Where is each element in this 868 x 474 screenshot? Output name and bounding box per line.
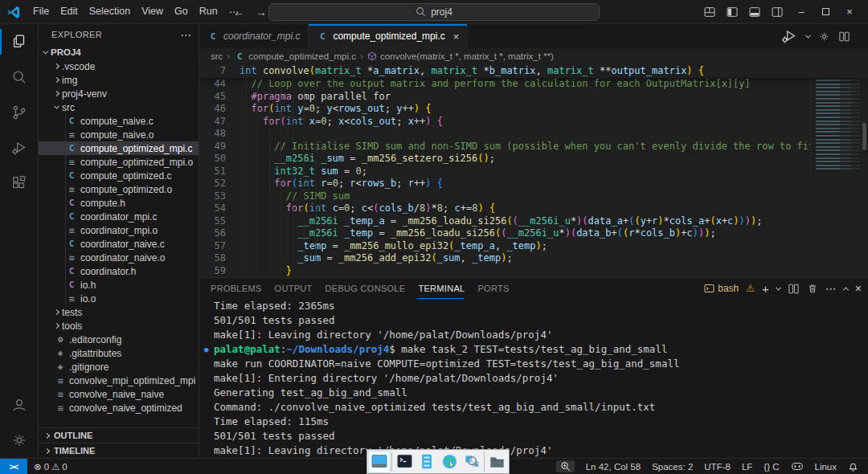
tab-coordinator_mpi.c[interactable]: Ccoordinator_mpi.c (199, 24, 309, 48)
maximize-button[interactable] (815, 2, 836, 22)
status-language-mode[interactable]: {} C (764, 462, 779, 472)
file-tree-item[interactable]: ≡convolve_naive_optimized (39, 401, 199, 415)
minimize-button[interactable]: – (791, 2, 812, 22)
dock-file-manager[interactable] (486, 452, 507, 472)
status-remote-os[interactable]: Linux (815, 462, 837, 472)
more-actions-icon[interactable]: ⋯ (825, 282, 837, 295)
shell-badge[interactable]: bash (704, 283, 739, 294)
dock-browser[interactable] (439, 452, 460, 472)
sidebar-section-timeline[interactable]: TIMELINE (39, 443, 199, 458)
file-tree-item[interactable]: ≡io.o (39, 292, 199, 305)
nav-back-icon[interactable]: ← (233, 6, 244, 18)
panel-tab-debug-console[interactable]: DEBUG CONSOLE (326, 278, 406, 299)
menu-edit[interactable]: Edit (55, 3, 84, 20)
activitybar-source-control[interactable] (0, 95, 39, 130)
file-tree-item[interactable]: Ccoordinator_naive.c (39, 237, 199, 251)
menu-view[interactable]: View (136, 3, 169, 20)
file-tree-item[interactable]: Ccoordinator.h (39, 264, 199, 278)
activitybar-extensions[interactable] (0, 165, 39, 201)
customize-layout-icon[interactable] (699, 3, 720, 21)
file-tree-item[interactable]: Ccoordinator_mpi.c (39, 210, 199, 223)
activitybar-settings-gear[interactable] (0, 423, 39, 458)
panel-tab-ports[interactable]: PORTS (477, 278, 509, 299)
minimap[interactable] (810, 78, 868, 277)
file-tree-item[interactable]: tools (39, 319, 199, 333)
status-zoom-indicator[interactable] (556, 460, 575, 472)
dock-screenshot-tool[interactable] (461, 452, 482, 472)
command-center-search[interactable]: proj4 (268, 3, 600, 21)
file-tree-item[interactable]: ≡convolve_naive_naive (39, 387, 199, 401)
file-tree-item[interactable]: Ccompute_optimized.c (39, 169, 199, 182)
file-tree-item[interactable]: ≡compute_optimized_mpi.o (39, 155, 199, 169)
maximize-panel-icon[interactable] (843, 287, 849, 292)
command-decoration-icon[interactable]: ● (204, 342, 208, 357)
explorer-more-actions-icon[interactable]: ⋯ (181, 28, 192, 41)
shell-warning-icon[interactable]: ⚠ (746, 283, 755, 294)
menu-selection[interactable]: Selection (84, 3, 136, 20)
breadcrumb-item[interactable]: src (211, 51, 223, 61)
file-tree-item[interactable]: Ccompute_naive.c (39, 114, 199, 128)
gear-icon[interactable] (818, 31, 830, 43)
dock-terminal-app[interactable] (394, 452, 415, 472)
layout-sidebar-right-icon[interactable] (767, 3, 788, 21)
file-tree-item[interactable]: ≡coordinator_mpi.o (39, 223, 199, 237)
status-cursor-position[interactable]: Ln 42, Col 58 (586, 462, 641, 472)
sidebar-section-outline[interactable]: OUTLINE (39, 427, 199, 443)
file-tree-item[interactable]: Ccompute_optimized_mpi.c (39, 141, 199, 155)
activitybar-run-debug[interactable] (0, 130, 39, 165)
file-tree-item[interactable]: proj4-venv (39, 87, 199, 100)
file-tree-item[interactable]: Cio.h (39, 278, 199, 292)
status-indentation[interactable]: Spaces: 2 (652, 462, 693, 472)
remote-indicator[interactable]: >< (0, 459, 27, 474)
file-tree-item[interactable]: ≡coordinator_naive.o (39, 251, 199, 264)
tab-compute_optimized_mpi.c[interactable]: Ccompute_optimized_mpi.c× (309, 24, 468, 48)
breadcrumb-item[interactable]: convolve(matrix_t *, matrix_t *, matrix_… (367, 51, 554, 61)
terminal-output[interactable]: Time elapsed: 2365ms501/501 tests passed… (199, 299, 868, 458)
panel-tab-problems[interactable]: PROBLEMS (211, 278, 262, 299)
activitybar-explorer[interactable] (0, 24, 39, 59)
file-tree-item[interactable]: src (39, 100, 199, 114)
new-terminal-icon[interactable]: + (762, 282, 769, 296)
close-window-button[interactable]: × (839, 2, 860, 22)
menu-file[interactable]: File (27, 3, 55, 20)
status-encoding[interactable]: UTF-8 (704, 462, 731, 472)
os-taskbar-dock (366, 449, 510, 474)
split-editor-icon[interactable] (788, 283, 800, 295)
nav-forward-icon[interactable]: → (256, 6, 267, 18)
file-tree-item[interactable]: ≡compute_naive.o (39, 128, 199, 141)
file-tree-item[interactable]: .vscode (39, 59, 199, 73)
status-copilot-status[interactable] (791, 461, 804, 472)
dock-file-cabinet[interactable] (416, 452, 437, 472)
status-notifications[interactable] (848, 461, 858, 472)
panel-tab-output[interactable]: OUTPUT (275, 278, 313, 299)
menu-run[interactable]: Run (194, 3, 223, 20)
layout-panel-icon[interactable] (744, 3, 765, 21)
status-eol[interactable]: LF (742, 462, 752, 472)
layout-sidebar-left-icon[interactable] (722, 3, 743, 21)
file-tree-item[interactable]: ⚙.editorconfig (39, 333, 199, 346)
activitybar-account[interactable] (0, 387, 39, 423)
file-tree-root[interactable]: PROJ4 (39, 45, 199, 59)
file-tree-item[interactable]: ◈.gitignore (39, 360, 199, 374)
split-editor-icon[interactable] (838, 31, 850, 43)
code-editor[interactable]: 44 // Loop over the output matrix and pe… (199, 78, 868, 277)
minimap-slider[interactable] (862, 123, 866, 150)
file-tree-item[interactable]: Ccompute.h (39, 196, 199, 210)
trash-icon[interactable] (807, 283, 818, 294)
activitybar-search[interactable] (0, 59, 39, 95)
close-tab-icon[interactable]: × (453, 31, 460, 43)
close-panel-icon[interactable]: × (855, 282, 862, 295)
breadcrumb-item[interactable]: Ccompute_optimized_mpi.c (234, 51, 356, 62)
sticky-scroll-line[interactable]: 7int convolve(matrix_t *a_matrix, matrix… (199, 64, 868, 78)
menu-go[interactable]: Go (169, 3, 194, 20)
file-tree-item[interactable]: ≡compute_optimized.o (39, 182, 199, 196)
file-tree-item[interactable]: ◈.gitattributes (39, 346, 199, 360)
run-debug-icon[interactable] (780, 27, 798, 45)
panel-tab-terminal[interactable]: TERMINAL (418, 278, 465, 299)
problems-status[interactable]: ⊗ 0 ⚠ 0 (34, 461, 68, 472)
file-tree-item[interactable]: tests (39, 305, 199, 319)
dock-desktop[interactable] (369, 452, 390, 472)
file-tree-item[interactable]: img (39, 73, 199, 87)
file-tree-item[interactable]: ≡convolve_mpi_optimized_mpi (39, 374, 199, 387)
breadcrumb[interactable]: src›Ccompute_optimized_mpi.c›convolve(ma… (199, 48, 868, 64)
